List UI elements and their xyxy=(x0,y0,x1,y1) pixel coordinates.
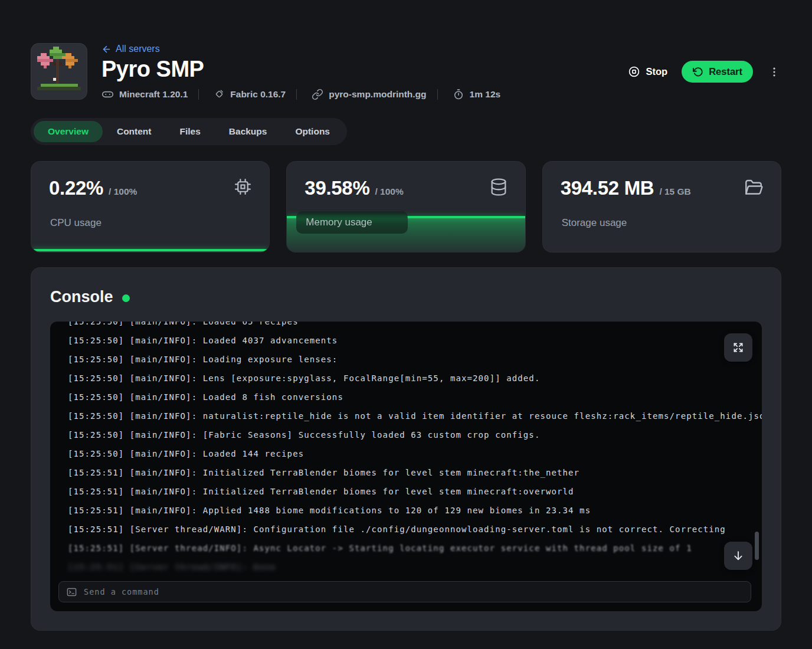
restart-icon xyxy=(692,66,703,77)
header-actions: Stop Restart xyxy=(628,61,781,83)
stat-label: CPU usage xyxy=(50,217,102,228)
tree-avatar-art xyxy=(34,47,84,96)
console-log: [15:25:50] [main/INFO]: Loaded 65 recipe… xyxy=(50,322,762,573)
stat-label: Memory usage xyxy=(306,217,372,228)
kebab-menu-icon xyxy=(768,66,780,78)
log-line: [15:25:50] [main/INFO]: Loaded 65 recipe… xyxy=(68,322,762,331)
stat-label-wrap: CPU usage xyxy=(50,217,102,229)
loader-icon xyxy=(214,88,225,100)
stat-label-wrap: Memory usage xyxy=(296,211,407,234)
log-line: [15:25:50] [main/INFO]: [Fabric Seasons]… xyxy=(68,425,762,444)
back-to-all-servers-link[interactable]: All servers xyxy=(102,44,500,54)
link-icon xyxy=(312,88,323,100)
log-line: [15:25:51] [main/INFO]: Applied 1488 bio… xyxy=(68,501,762,520)
server-meta-item: Fabric 0.16.7 xyxy=(188,88,286,100)
database-icon xyxy=(489,177,509,197)
log-line: [15:25:51] [Server thread/WARN]: Configu… xyxy=(68,520,762,539)
more-options-button[interactable] xyxy=(767,64,781,80)
restart-button-label: Restart xyxy=(709,66,742,77)
usage-fill xyxy=(31,249,269,252)
log-line: [15:25:50] [main/INFO]: Lens [exposure:s… xyxy=(68,369,762,388)
page-title: Pyro SMP xyxy=(102,57,500,82)
stat-max: / 100% xyxy=(375,186,403,197)
stop-icon xyxy=(628,65,640,78)
back-link-label: All servers xyxy=(116,44,160,54)
tab[interactable]: Options xyxy=(281,121,344,142)
terminal-prompt-icon xyxy=(66,586,77,598)
meta-label: Minecraft 1.20.1 xyxy=(119,89,188,100)
console-title: Console xyxy=(50,288,113,306)
stop-button-label: Stop xyxy=(646,66,667,77)
meta-label: 1m 12s xyxy=(470,89,501,100)
page: All servers Pyro SMP Minecraft 1.20.1 Fa… xyxy=(0,0,812,631)
log-line: [15:25:51] [main/INFO]: Initialized Terr… xyxy=(68,482,762,501)
log-line: [15:25:50] [main/INFO]: Loaded 4037 adva… xyxy=(68,331,762,350)
stat-max: / 100% xyxy=(109,186,137,197)
stats-row: 0.22% / 100% CPU usage 39.58% / 100% Mem… xyxy=(31,161,781,253)
server-header: All servers Pyro SMP Minecraft 1.20.1 Fa… xyxy=(31,43,781,100)
command-input[interactable] xyxy=(84,587,744,596)
arrow-down-icon xyxy=(732,549,745,562)
server-meta-item: pyro-smp.modrinth.gg xyxy=(286,88,426,100)
stat-card: 39.58% / 100% Memory usage xyxy=(286,161,525,253)
stat-value: 39.58% xyxy=(304,177,369,199)
cpu-icon xyxy=(233,177,253,196)
gamepad-icon xyxy=(102,88,114,100)
timer-icon xyxy=(453,88,464,100)
expand-console-button[interactable] xyxy=(724,333,752,362)
console-terminal: [15:25:50] [main/INFO]: Loaded 65 recipe… xyxy=(50,322,762,611)
scroll-to-bottom-button[interactable] xyxy=(724,542,752,570)
log-line: [15:25:50] [main/INFO]: Loaded 8 fish co… xyxy=(68,388,762,407)
log-line: [15:25:50] [main/INFO]: Loading exposure… xyxy=(68,350,762,369)
tab[interactable]: Overview xyxy=(34,121,103,142)
console-scrollbar-thumb[interactable] xyxy=(755,532,759,560)
log-line: [15:25:51] [Server thread/INFO]: Async L… xyxy=(68,539,762,558)
folder-open-icon xyxy=(743,177,764,198)
log-line: [15:25:50] [main/INFO]: naturalist:repti… xyxy=(68,407,762,425)
stat-label-wrap: Storage usage xyxy=(562,217,627,229)
header-info: All servers Pyro SMP Minecraft 1.20.1 Fa… xyxy=(102,43,500,100)
meta-label: pyro-smp.modrinth.gg xyxy=(329,89,426,100)
server-tabs: Overview Content Files Backups Options xyxy=(31,118,347,145)
back-arrow-icon xyxy=(102,44,112,54)
stat-card: 394.52 MB / 15 GB Storage usage xyxy=(542,161,781,253)
stat-value: 0.22% xyxy=(49,177,103,199)
server-online-status-dot xyxy=(122,294,130,302)
restart-button[interactable]: Restart xyxy=(682,61,753,83)
stat-card: 0.22% / 100% CPU usage xyxy=(31,161,270,253)
command-bar xyxy=(58,581,751,602)
meta-label: Fabric 0.16.7 xyxy=(230,89,286,100)
server-meta-item: Minecraft 1.20.1 xyxy=(102,88,188,100)
stop-button[interactable]: Stop xyxy=(628,65,667,78)
server-meta-item: 1m 12s xyxy=(427,88,501,100)
log-line: [15:25:51] [main/INFO]: Initialized Terr… xyxy=(68,463,762,482)
stat-value: 394.52 MB xyxy=(561,177,654,199)
stat-max: / 15 GB xyxy=(659,186,690,197)
tab[interactable]: Files xyxy=(165,121,214,142)
log-line: [15:25:51] [Server thread/INFO]: Done xyxy=(68,558,762,573)
log-line: [15:25:50] [main/INFO]: Loaded 144 recip… xyxy=(68,444,762,463)
server-meta: Minecraft 1.20.1 Fabric 0.16.7 pyro-smp.… xyxy=(102,88,500,100)
expand-icon xyxy=(732,341,745,354)
tab[interactable]: Content xyxy=(103,121,166,142)
stat-label: Storage usage xyxy=(562,217,627,228)
server-avatar xyxy=(31,43,87,100)
console-section: Console [15:25:50] [main/INFO]: Loaded 6… xyxy=(31,267,781,631)
tab[interactable]: Backups xyxy=(215,121,281,142)
